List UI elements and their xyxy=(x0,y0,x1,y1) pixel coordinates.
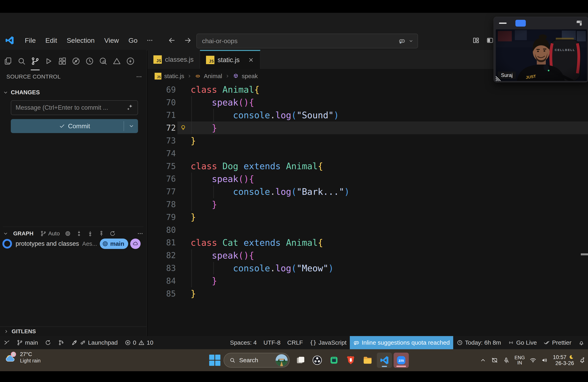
menu-more-icon[interactable] xyxy=(142,35,157,45)
code-text[interactable]: } xyxy=(190,136,196,146)
touchpad-off-icon[interactable] xyxy=(491,357,498,364)
code-line[interactable]: 74 xyxy=(147,147,588,160)
chevron-down-icon[interactable] xyxy=(408,38,414,43)
commit-message-input[interactable] xyxy=(11,100,138,115)
tab-classes.js[interactable]: JSclasses.js xyxy=(147,50,200,69)
command-center-search[interactable]: chai-or-oops xyxy=(196,34,418,48)
webcam-layout-icon[interactable] xyxy=(575,19,583,27)
status-indentation[interactable]: Spaces: 4 xyxy=(227,336,260,349)
code-text[interactable]: console.log("Meow") xyxy=(190,263,334,273)
toggle-panel-icon[interactable] xyxy=(486,36,494,44)
refresh-icon[interactable] xyxy=(109,230,116,237)
code-line[interactable]: 83 console.log("Meow") xyxy=(147,262,588,274)
activity-item-thunder[interactable] xyxy=(124,52,137,71)
breadcrumb-item[interactable]: Animal xyxy=(204,73,222,79)
code-line[interactable]: 69class Animal{ xyxy=(147,83,588,96)
menu-file[interactable]: File xyxy=(20,35,41,46)
code-line[interactable]: 73} xyxy=(147,134,588,147)
wifi-icon[interactable] xyxy=(530,357,536,364)
forward-arrow-icon[interactable] xyxy=(184,36,192,45)
activity-item-gitlens[interactable] xyxy=(69,52,83,71)
code-line[interactable]: 82 speak(){ xyxy=(147,249,588,262)
status-language[interactable]: {}JavaScript xyxy=(306,336,350,349)
code-text[interactable]: console.log("Bark...") xyxy=(190,187,350,197)
code-line[interactable]: 80 xyxy=(147,224,588,236)
status-encoding[interactable]: UTF-8 xyxy=(260,336,284,349)
code-line[interactable]: 71 console.log("Sound") xyxy=(147,109,588,122)
code-text[interactable]: speak(){ xyxy=(190,174,254,184)
code-line[interactable]: 84 } xyxy=(147,274,588,287)
status-go-live[interactable]: Go Live xyxy=(504,336,540,349)
breadcrumb-item[interactable]: speak xyxy=(242,73,258,79)
code-line[interactable]: 78 } xyxy=(147,198,588,211)
weather-widget[interactable]: 2 27°C Light rain xyxy=(4,351,41,364)
copilot-icon[interactable] xyxy=(399,37,406,45)
code-line[interactable]: 70 speak(){ xyxy=(147,96,588,109)
zoom-app[interactable]: zm xyxy=(394,353,409,368)
status-commit-graph[interactable] xyxy=(55,336,68,349)
volume-icon[interactable] xyxy=(541,357,548,364)
task-view-app[interactable] xyxy=(293,353,308,368)
menu-view[interactable]: View xyxy=(99,35,124,46)
code-text[interactable]: speak(){ xyxy=(190,97,254,108)
code-line[interactable]: 79} xyxy=(147,211,588,224)
status-sync[interactable] xyxy=(42,336,55,349)
code-line[interactable]: 72 } xyxy=(147,121,588,134)
webcam-overlay-window[interactable]: CELLBELL JUST xyxy=(494,17,588,82)
android-emulator-app[interactable] xyxy=(326,353,342,368)
status-time-tracker[interactable]: Today: 6h 8m xyxy=(453,336,504,349)
editor-scrollbar-handle[interactable] xyxy=(581,253,588,255)
status-eol[interactable]: CRLF xyxy=(284,336,306,349)
taskbar-search[interactable]: Search xyxy=(224,353,290,368)
activity-item-remote[interactable] xyxy=(96,52,110,71)
activity-item-run-debug[interactable] xyxy=(42,52,56,71)
brave-app[interactable] xyxy=(343,353,358,368)
status-launchpad[interactable]: Launchpad xyxy=(68,336,121,349)
target-icon[interactable] xyxy=(64,230,71,237)
pull-icon[interactable] xyxy=(87,230,93,237)
notification-bell-dnd-icon[interactable] xyxy=(579,357,586,364)
lightbulb-icon[interactable] xyxy=(179,124,187,132)
push-icon[interactable] xyxy=(98,230,105,237)
activity-item-extensions[interactable] xyxy=(56,52,69,71)
status-problems[interactable]: 010 xyxy=(121,336,157,349)
webcam-blue-button[interactable] xyxy=(515,20,526,27)
graph-commit-row[interactable]: prototypes and classes Aes... main xyxy=(0,238,145,249)
activity-item-triangle[interactable] xyxy=(110,52,124,71)
code-line[interactable]: 75class Dog extends Animal{ xyxy=(147,160,588,173)
code-text[interactable]: } xyxy=(190,276,217,286)
activity-item-timeline[interactable] xyxy=(83,52,96,71)
activity-item-files[interactable] xyxy=(1,52,15,71)
status-branch[interactable]: main xyxy=(13,336,42,349)
close-icon[interactable] xyxy=(248,57,254,63)
code-area[interactable]: 69class Animal{70 speak(){71 console.log… xyxy=(147,83,588,336)
clock[interactable]: 10:57 26-3-26 xyxy=(553,354,574,366)
graph-auto-toggle[interactable]: Auto xyxy=(40,230,60,237)
cloud-badge-icon[interactable] xyxy=(130,239,141,249)
status-screencast[interactable] xyxy=(0,336,13,349)
code-text[interactable]: class Cat extends Animal{ xyxy=(190,238,323,248)
language-indicator[interactable]: ENG IN xyxy=(514,355,525,365)
menu-edit[interactable]: Edit xyxy=(41,35,62,46)
tray-chevron-up-icon[interactable] xyxy=(480,357,486,364)
branch-badge[interactable]: main xyxy=(100,239,128,249)
activity-item-search[interactable] xyxy=(15,52,28,71)
minimize-icon[interactable] xyxy=(499,22,507,24)
more-actions-icon[interactable] xyxy=(137,230,143,237)
more-actions-icon[interactable] xyxy=(136,74,142,80)
graph-section-header[interactable]: GRAPH Auto xyxy=(3,227,143,239)
sparkle-icon[interactable] xyxy=(126,103,134,112)
code-line[interactable]: 85} xyxy=(147,287,588,300)
code-text[interactable]: class Dog extends Animal{ xyxy=(190,161,323,171)
code-text[interactable]: speak(){ xyxy=(190,250,254,261)
gitlens-section-header[interactable]: GITLENS xyxy=(0,326,147,336)
code-line[interactable]: 81class Cat extends Animal{ xyxy=(147,236,588,249)
customize-layout-icon[interactable] xyxy=(472,36,480,44)
microphone-icon[interactable] xyxy=(503,357,510,364)
menu-go[interactable]: Go xyxy=(124,35,142,46)
code-text[interactable]: class Animal{ xyxy=(190,84,259,95)
tab-static.js[interactable]: JSstatic.js xyxy=(200,50,260,69)
breadcrumb-item[interactable]: static.js xyxy=(164,73,184,79)
code-text[interactable]: } xyxy=(190,123,217,133)
code-line[interactable]: 77 console.log("Bark...") xyxy=(147,185,588,198)
